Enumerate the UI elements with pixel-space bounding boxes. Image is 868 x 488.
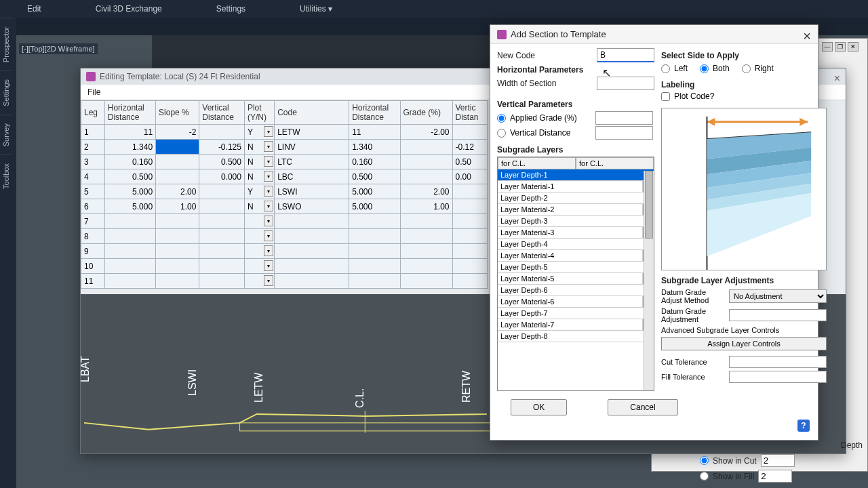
plot-code-checkbox[interactable] bbox=[661, 92, 670, 101]
plot-dropdown-icon[interactable]: ▾ bbox=[264, 275, 273, 286]
layer-row[interactable]: Layer Material-2▾ bbox=[498, 204, 654, 216]
table-cell[interactable]: N▾ bbox=[244, 140, 274, 155]
table-cell[interactable]: 1.00 bbox=[400, 199, 452, 214]
table-cell[interactable] bbox=[452, 274, 488, 289]
width-input[interactable] bbox=[597, 77, 654, 90]
table-cell[interactable] bbox=[156, 140, 199, 155]
table-row[interactable]: 11▾ bbox=[81, 274, 488, 289]
table-cell[interactable] bbox=[400, 169, 452, 184]
applied-grade-radio[interactable] bbox=[497, 114, 506, 123]
table-cell[interactable]: N▾ bbox=[244, 155, 274, 169]
layer-row[interactable]: Layer Depth-3 bbox=[498, 216, 654, 227]
table-cell[interactable]: LTC bbox=[275, 155, 349, 169]
table-cell[interactable]: 2 bbox=[81, 140, 105, 155]
sidebar-settings[interactable]: Settings bbox=[0, 70, 12, 115]
table-cell[interactable] bbox=[199, 274, 245, 289]
table-cell[interactable]: LSWI bbox=[275, 184, 349, 199]
plot-dropdown-icon[interactable]: ▾ bbox=[264, 260, 273, 271]
table-cell[interactable]: 11 bbox=[349, 125, 400, 140]
table-cell[interactable]: 0.500 bbox=[199, 155, 245, 169]
menu-utilities[interactable]: Utilities ▾ bbox=[273, 4, 359, 14]
table-cell[interactable]: 5.000 bbox=[104, 184, 155, 199]
close-button[interactable]: ✕ bbox=[848, 42, 859, 52]
layer-row[interactable]: Layer Material-1▾ bbox=[498, 181, 654, 192]
fill-value-input[interactable] bbox=[758, 470, 792, 483]
help-icon[interactable]: ? bbox=[797, 420, 810, 432]
table-cell[interactable] bbox=[104, 259, 155, 274]
table-cell[interactable]: 5.000 bbox=[104, 199, 155, 214]
layer-row[interactable]: Layer Depth-1 bbox=[498, 169, 654, 181]
table-row[interactable]: 8▾ bbox=[81, 229, 488, 244]
layer-row[interactable]: Layer Material-7▾ bbox=[498, 319, 654, 331]
table-cell[interactable]: 0.500 bbox=[104, 169, 155, 184]
table-cell[interactable]: 1.340 bbox=[104, 140, 155, 155]
table-cell[interactable] bbox=[349, 214, 400, 229]
table-cell[interactable] bbox=[452, 214, 488, 229]
table-cell[interactable] bbox=[104, 244, 155, 259]
table-cell[interactable]: 2.00 bbox=[156, 184, 199, 199]
table-cell[interactable]: 10 bbox=[81, 259, 105, 274]
table-cell[interactable]: ▾ bbox=[244, 244, 274, 259]
table-cell[interactable] bbox=[400, 274, 452, 289]
col-hdist[interactable]: HorizontalDistance bbox=[104, 101, 155, 125]
table-cell[interactable] bbox=[199, 184, 245, 199]
datum-adj-input[interactable] bbox=[729, 309, 827, 321]
layer-row[interactable]: Layer Depth-5 bbox=[498, 262, 654, 273]
layer-row[interactable]: Layer Depth-7 bbox=[498, 308, 654, 319]
col-leg[interactable]: Leg bbox=[81, 101, 105, 125]
table-cell[interactable] bbox=[275, 214, 349, 229]
table-cell[interactable]: LSWO bbox=[275, 199, 349, 214]
table-cell[interactable] bbox=[104, 274, 155, 289]
table-cell[interactable] bbox=[275, 259, 349, 274]
table-cell[interactable]: -0.12 bbox=[452, 140, 488, 155]
table-cell[interactable]: 1.00 bbox=[156, 199, 199, 214]
datum-method-select[interactable]: No Adjustment bbox=[729, 289, 827, 303]
table-cell[interactable]: Y▾ bbox=[244, 184, 274, 199]
table-cell[interactable] bbox=[156, 155, 199, 169]
table-cell[interactable]: 1 bbox=[81, 125, 105, 140]
table-cell[interactable]: LETW bbox=[275, 125, 349, 140]
sidebar-prospector[interactable]: Prospector bbox=[0, 18, 12, 70]
table-cell[interactable] bbox=[199, 125, 245, 140]
layers-scrollbar[interactable] bbox=[644, 171, 654, 390]
layer-row[interactable]: Layer Material-3▾ bbox=[498, 227, 654, 239]
table-cell[interactable]: -2.00 bbox=[400, 125, 452, 140]
table-cell[interactable] bbox=[452, 199, 488, 214]
plot-dropdown-icon[interactable]: ▾ bbox=[264, 156, 273, 167]
table-cell[interactable] bbox=[275, 244, 349, 259]
table-cell[interactable] bbox=[199, 244, 245, 259]
table-row[interactable]: 65.0001.00N▾LSWO5.0001.00 bbox=[81, 199, 488, 214]
table-row[interactable]: 21.340-0.125N▾LINV1.340-0.12 bbox=[81, 140, 488, 155]
table-cell[interactable]: N▾ bbox=[244, 199, 274, 214]
table-cell[interactable]: 7 bbox=[81, 214, 105, 229]
table-cell[interactable] bbox=[452, 125, 488, 140]
table-cell[interactable] bbox=[400, 155, 452, 169]
table-cell[interactable]: 0.00 bbox=[452, 169, 488, 184]
table-cell[interactable]: 0.50 bbox=[452, 155, 488, 169]
menu-edit[interactable]: Edit bbox=[0, 4, 68, 14]
table-cell[interactable] bbox=[349, 274, 400, 289]
cut-tol-input[interactable] bbox=[729, 356, 827, 368]
table-cell[interactable]: 5.000 bbox=[349, 184, 400, 199]
side-right-radio[interactable] bbox=[742, 64, 751, 73]
show-in-fill-radio[interactable] bbox=[700, 472, 709, 481]
cut-value-input[interactable] bbox=[761, 454, 795, 467]
table-cell[interactable]: 0.000 bbox=[199, 169, 245, 184]
table-cell[interactable]: 6 bbox=[81, 199, 105, 214]
table-cell[interactable]: 1.340 bbox=[349, 140, 400, 155]
table-cell[interactable]: ▾ bbox=[244, 214, 274, 229]
editor-close-icon[interactable]: × bbox=[834, 73, 840, 85]
table-row[interactable]: 55.0002.00Y▾LSWI5.0002.00 bbox=[81, 184, 488, 199]
table-cell[interactable] bbox=[452, 244, 488, 259]
table-cell[interactable]: 5 bbox=[81, 184, 105, 199]
table-cell[interactable] bbox=[452, 229, 488, 244]
table-row[interactable]: 7▾ bbox=[81, 214, 488, 229]
layer-row[interactable]: Layer Material-5▾ bbox=[498, 273, 654, 285]
table-cell[interactable]: -2 bbox=[156, 125, 199, 140]
col-slope[interactable]: Slope % bbox=[156, 101, 199, 125]
table-cell[interactable] bbox=[156, 259, 199, 274]
dialog-close-icon[interactable]: × bbox=[803, 29, 811, 43]
table-cell[interactable]: 5.000 bbox=[349, 199, 400, 214]
plot-dropdown-icon[interactable]: ▾ bbox=[264, 171, 273, 182]
table-cell[interactable]: 4 bbox=[81, 169, 105, 184]
